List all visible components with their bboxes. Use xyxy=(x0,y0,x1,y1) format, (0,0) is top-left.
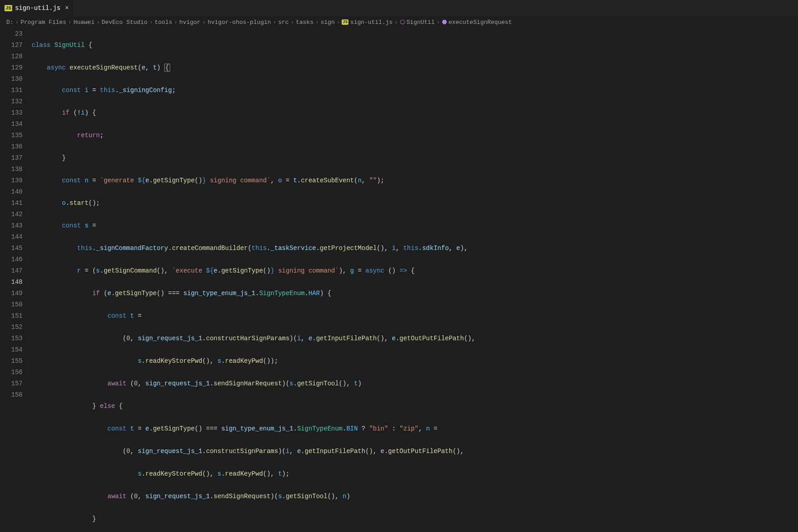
line-number[interactable]: 148 xyxy=(0,277,23,288)
code-line[interactable]: } xyxy=(32,513,789,525)
line-number[interactable]: 137 xyxy=(0,153,23,164)
breadcrumb-part[interactable]: Huawei xyxy=(74,19,95,26)
code-line[interactable]: const t = e.getSignType() === sign_type_… xyxy=(32,423,789,435)
line-number[interactable]: 140 xyxy=(0,186,23,198)
code-line[interactable]: o.start(); xyxy=(32,198,789,209)
breadcrumb-part[interactable]: sign xyxy=(320,19,334,26)
chevron-right-icon: › xyxy=(315,19,319,26)
line-number[interactable]: 130 xyxy=(0,74,23,85)
line-number[interactable]: 134 xyxy=(0,119,23,130)
code-editor[interactable]: 23 127 128 129 130 131 132 133 134 135 1… xyxy=(0,28,798,532)
line-number[interactable]: 156 xyxy=(0,367,23,378)
line-number[interactable]: 141 xyxy=(0,198,23,209)
chevron-right-icon: › xyxy=(15,19,19,26)
line-number[interactable]: 144 xyxy=(0,231,23,243)
line-number[interactable]: 155 xyxy=(0,356,23,367)
line-number[interactable]: 136 xyxy=(0,141,23,153)
line-number[interactable]: 143 xyxy=(0,220,23,231)
line-number[interactable]: 129 xyxy=(0,62,23,74)
line-number[interactable]: 138 xyxy=(0,164,23,175)
code-line[interactable]: async executeSignRequest(e, t) { xyxy=(32,62,789,74)
tab-title: sign-util.js xyxy=(15,5,60,12)
class-icon: ⬡ xyxy=(400,19,405,26)
line-number[interactable]: 153 xyxy=(0,333,23,344)
breadcrumb-part[interactable]: tools xyxy=(155,19,172,26)
js-file-icon: JS xyxy=(342,19,348,25)
code-line[interactable]: const t = xyxy=(32,310,789,322)
code-line[interactable]: if (!i) { xyxy=(32,107,789,119)
breadcrumb-part[interactable]: Program Files xyxy=(20,19,66,26)
line-number[interactable]: 149 xyxy=(0,288,23,299)
editor-tab[interactable]: JS sign-util.js × xyxy=(0,0,74,16)
code-line[interactable]: this._signCommandFactory.createCommandBu… xyxy=(32,243,789,254)
code-line[interactable]: const i = this._signingConfig; xyxy=(32,85,789,96)
line-number[interactable]: 139 xyxy=(0,175,23,186)
line-number[interactable]: 147 xyxy=(0,265,23,277)
method-icon: ⬣ xyxy=(442,19,447,26)
breadcrumb-class[interactable]: SignUtil xyxy=(407,19,435,26)
chevron-right-icon: › xyxy=(96,19,100,26)
line-number[interactable]: 23 xyxy=(0,28,23,40)
chevron-right-icon: › xyxy=(174,19,178,26)
line-number[interactable]: 151 xyxy=(0,310,23,322)
line-number[interactable]: 157 xyxy=(0,378,23,389)
line-number[interactable]: 127 xyxy=(0,40,23,51)
breadcrumb-file[interactable]: sign-util.js xyxy=(350,19,393,26)
line-number[interactable]: 133 xyxy=(0,107,23,119)
chevron-right-icon: › xyxy=(273,19,276,26)
line-number[interactable]: 154 xyxy=(0,344,23,356)
breadcrumb-part[interactable]: hvigor-ohos-plugin xyxy=(208,19,271,26)
code-area[interactable]: class SignUtil { async executeSignReques… xyxy=(32,28,798,532)
chevron-right-icon: › xyxy=(149,19,153,26)
code-line[interactable]: r = (s.getSignCommand(), `execute ${e.ge… xyxy=(32,265,789,277)
line-number[interactable]: 158 xyxy=(0,389,23,401)
code-line[interactable]: await (0, sign_request_js_1.sendSignHarR… xyxy=(32,378,789,389)
chevron-right-icon: › xyxy=(394,19,398,26)
breadcrumb-part[interactable]: tasks xyxy=(296,19,313,26)
line-number[interactable]: 145 xyxy=(0,243,23,254)
js-file-icon: JS xyxy=(5,5,12,11)
code-line[interactable]: (0, sign_request_js_1.constructSignParam… xyxy=(32,446,789,457)
chevron-right-icon: › xyxy=(436,19,440,26)
line-number[interactable]: 152 xyxy=(0,322,23,333)
code-line[interactable]: s.readKeyStorePwd(), s.readKeyPwd()); xyxy=(32,356,789,367)
line-number[interactable]: 128 xyxy=(0,51,23,62)
line-number[interactable]: 146 xyxy=(0,254,23,265)
line-gutter: 23 127 128 129 130 131 132 133 134 135 1… xyxy=(0,28,32,532)
breadcrumb-part[interactable]: hvigor xyxy=(179,19,200,26)
line-number[interactable]: 132 xyxy=(0,96,23,107)
breadcrumb-method[interactable]: executeSignRequest xyxy=(449,19,512,26)
code-line[interactable]: s.readKeyStorePwd(), s.readKeyPwd(), t); xyxy=(32,468,789,480)
line-number[interactable]: 142 xyxy=(0,209,23,220)
chevron-right-icon: › xyxy=(68,19,72,26)
breadcrumb-part[interactable]: D: xyxy=(6,19,14,26)
line-number[interactable]: 135 xyxy=(0,130,23,141)
breadcrumb[interactable]: D:› Program Files› Huawei› DevEco Studio… xyxy=(0,16,798,28)
line-number[interactable]: 131 xyxy=(0,85,23,96)
code-line[interactable]: } xyxy=(32,153,789,164)
chevron-right-icon: › xyxy=(336,19,340,26)
line-number[interactable]: 150 xyxy=(0,299,23,310)
breadcrumb-part[interactable]: src xyxy=(278,19,288,26)
code-line[interactable]: class SignUtil { xyxy=(32,40,789,51)
tab-bar: JS sign-util.js × xyxy=(0,0,798,16)
code-line[interactable]: await (0, sign_request_js_1.sendSignRequ… xyxy=(32,491,789,502)
code-line[interactable]: return; xyxy=(32,130,789,141)
code-line[interactable]: } else { xyxy=(32,401,789,412)
code-line[interactable]: (0, sign_request_js_1.constructHarSignPa… xyxy=(32,333,789,344)
close-icon[interactable]: × xyxy=(65,5,69,12)
code-line[interactable]: const s = xyxy=(32,220,789,231)
breadcrumb-part[interactable]: DevEco Studio xyxy=(102,19,147,26)
code-line[interactable]: const n = `generate ${e.getSignType()} s… xyxy=(32,175,789,186)
chevron-right-icon: › xyxy=(202,19,206,26)
code-line[interactable]: if (e.getSignType() === sign_type_enum_j… xyxy=(32,288,789,299)
chevron-right-icon: › xyxy=(291,19,294,26)
